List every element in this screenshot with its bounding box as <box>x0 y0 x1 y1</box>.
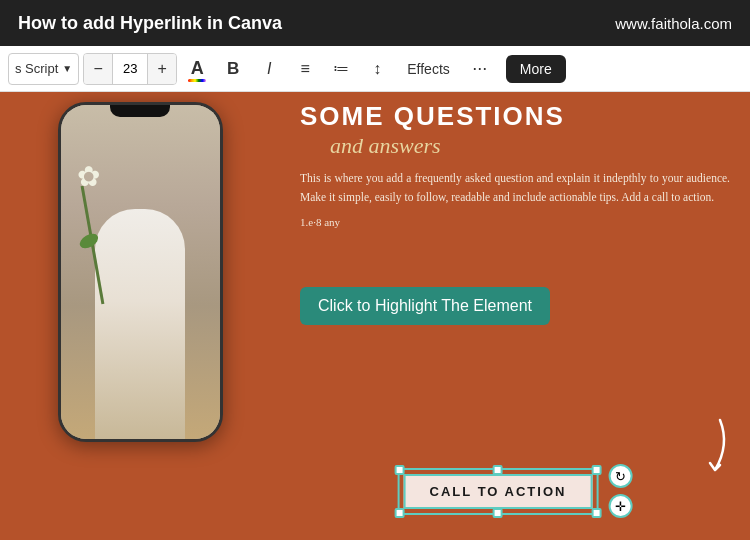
more-options-button[interactable]: ··· <box>464 53 496 85</box>
right-panel: SOME QUESTIONS and answers This is where… <box>280 92 750 540</box>
phone-mockup: ✿ <box>58 102 223 442</box>
toolbar: s Script ▼ − + A B I ≡ ≔ ↕ Effects ··· M… <box>0 46 750 92</box>
phone-image: ✿ <box>61 105 220 439</box>
handle-bottom-middle <box>493 508 503 518</box>
headline-text: SOME QUESTIONS <box>300 102 730 131</box>
align-button[interactable]: ≡ <box>289 53 321 85</box>
flower-petals: ✿ <box>77 160 100 193</box>
side-handles: ↻ ✛ <box>608 464 632 518</box>
body-text: This is where you add a frequently asked… <box>300 169 730 208</box>
rotate-handle[interactable]: ↻ <box>608 464 632 488</box>
handle-bottom-right <box>591 508 601 518</box>
handle-top-right <box>591 465 601 475</box>
font-size-control: − + <box>83 53 177 85</box>
italic-button[interactable]: I <box>253 53 285 85</box>
move-handle[interactable]: ✛ <box>608 494 632 518</box>
font-size-input[interactable] <box>112 53 148 85</box>
handle-top-middle <box>493 465 503 475</box>
handle-bottom-left <box>395 508 405 518</box>
list-button[interactable]: ≔ <box>325 53 357 85</box>
spacing-button[interactable]: ↕ <box>361 53 393 85</box>
tooltip-overlay: Click to Highlight The Element <box>300 287 550 325</box>
color-indicator <box>188 79 206 82</box>
text-color-button[interactable]: A <box>181 53 213 85</box>
font-name-label: s Script <box>15 61 58 76</box>
top-banner: How to add Hyperlink in Canva www.faitho… <box>0 0 750 46</box>
bold-button[interactable]: B <box>217 53 249 85</box>
more-dark-button[interactable]: More <box>506 55 566 83</box>
font-family-select[interactable]: s Script ▼ <box>8 53 79 85</box>
effects-button[interactable]: Effects <box>397 53 460 85</box>
subheadline-text: and answers <box>330 133 730 159</box>
cta-area: CALL TO ACTION ↻ ✛ <box>398 464 633 518</box>
decrease-size-button[interactable]: − <box>84 53 112 85</box>
list-text: 1.e·8 any <box>300 216 730 228</box>
content-area: SOME QUESTIONS and answers This is where… <box>280 92 750 242</box>
cta-button-container: CALL TO ACTION <box>398 468 599 515</box>
cta-button[interactable]: CALL TO ACTION <box>404 474 593 509</box>
left-panel: ✿ <box>0 92 280 540</box>
phone-screen: ✿ <box>61 105 220 439</box>
banner-title: How to add Hyperlink in Canva <box>18 13 282 34</box>
tooltip-text: Click to Highlight The Element <box>318 297 532 314</box>
canvas-area: ✿ SOME QUESTIONS and answers This is whe… <box>0 92 750 540</box>
chevron-down-icon: ▼ <box>62 63 72 74</box>
arrow-icon <box>670 415 740 485</box>
phone-notch <box>110 105 170 117</box>
handle-top-left <box>395 465 405 475</box>
banner-url: www.faithola.com <box>615 15 732 32</box>
increase-size-button[interactable]: + <box>148 53 176 85</box>
figure-body <box>95 209 185 439</box>
